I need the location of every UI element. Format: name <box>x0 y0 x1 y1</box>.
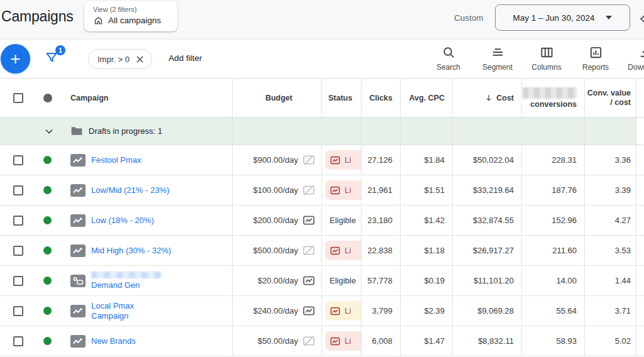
row-checkbox[interactable] <box>13 276 23 286</box>
search-button[interactable]: Search <box>424 45 473 72</box>
reports-button[interactable]: Reports <box>571 45 620 72</box>
row-checkbox[interactable] <box>13 306 23 316</box>
view-filter-count: View (2 filters) <box>93 6 167 13</box>
filter-count-badge: 1 <box>55 45 65 55</box>
status-limited-badge[interactable]: Li <box>325 241 362 260</box>
column-header-cost[interactable]: Cost <box>453 79 522 117</box>
add-campaign-button[interactable]: + <box>1 44 30 74</box>
chart-crossed-icon <box>303 185 315 195</box>
clicks-value: 27,126 <box>367 155 392 165</box>
column-header-status[interactable]: Status <box>328 94 352 102</box>
status-limited-badge[interactable]: Li <box>325 331 362 351</box>
drafts-group-label[interactable]: Drafts in progress: 1 <box>89 126 162 136</box>
campaign-link[interactable]: Mid High (30% - 32%) <box>91 246 171 256</box>
filter-chip-label: Impr. > 0 <box>97 55 130 64</box>
chevron-down-icon[interactable] <box>35 118 63 145</box>
enabled-status-dot[interactable] <box>43 307 52 315</box>
campaign-row: Low/Mid (21% - 23%)$100.00/dayLi21,961$1… <box>0 175 644 206</box>
conversions-value: 228.31 <box>552 155 577 165</box>
column-header-conversions[interactable]: conversions <box>522 79 585 117</box>
drafts-group-row: Drafts in progress: 1 <box>0 118 644 145</box>
conversions-value: 187.76 <box>552 185 577 195</box>
campaign-row: Local PmaxCampaign$240.00/dayLi3,799$2.3… <box>0 296 644 326</box>
select-all-checkbox[interactable] <box>13 93 23 103</box>
campaign-link[interactable]: Low (18% - 20%) <box>91 216 154 226</box>
column-header-avg-cpc[interactable]: Avg. CPC <box>409 94 445 102</box>
column-header-conv-value-cost[interactable]: Conv. value / cost <box>586 89 631 107</box>
enabled-status-dot[interactable] <box>43 246 52 255</box>
budget-value[interactable]: $20.00/day <box>258 276 298 285</box>
campaign-row: Demand Gen$20.00/dayEligible57,778$0.19$… <box>0 266 644 296</box>
view-selector-label: All campaigns <box>108 16 161 25</box>
row-checkbox[interactable] <box>13 246 23 256</box>
filter-chip-impressions[interactable]: Impr. > 0 <box>88 49 152 69</box>
date-range-selector[interactable]: May 1 – Jun 30, 2024 <box>495 4 630 31</box>
conv-value-cost-value: 3.39 <box>615 185 631 195</box>
column-header-campaign[interactable]: Campaign <box>70 94 108 102</box>
home-icon <box>93 15 104 26</box>
status-limited-badge[interactable]: Li <box>325 180 362 200</box>
cost-value: $50,022.04 <box>473 155 514 165</box>
row-checkbox[interactable] <box>13 155 23 165</box>
budget-value[interactable]: $900.00/day <box>253 155 298 165</box>
budget-value[interactable]: $500.00/day <box>253 246 298 255</box>
avg-cpc-value: $1.51 <box>424 185 445 195</box>
enabled-status-dot[interactable] <box>43 216 52 224</box>
date-prev-chevron-icon[interactable] <box>638 11 644 26</box>
campaign-link[interactable]: Low/Mid (21% - 23%) <box>91 185 169 195</box>
status-limited-label: Li <box>345 306 351 316</box>
row-checkbox[interactable] <box>13 216 23 226</box>
campaign-link[interactable]: New Brands <box>91 336 136 346</box>
google-ads-campaigns-page: Campaigns View (2 filters) All campaigns… <box>0 0 644 357</box>
add-filter-button[interactable]: Add filter <box>169 53 202 63</box>
enabled-status-dot[interactable] <box>43 186 52 194</box>
avg-cpc-value: $1.18 <box>424 246 445 255</box>
status-circle-icon[interactable] <box>43 94 52 102</box>
segment-button[interactable]: Segment <box>473 45 522 72</box>
chart-crossed-icon <box>303 155 315 165</box>
pmax-icon <box>70 154 86 167</box>
status-limited-badge[interactable]: Li <box>325 301 362 321</box>
status-limited-label: Li <box>345 155 351 165</box>
campaign-link[interactable]: Festool Pmax <box>91 155 141 165</box>
columns-button[interactable]: Columns <box>522 45 571 72</box>
pmax-icon <box>70 305 86 317</box>
status-eligible-text: Eligible <box>325 216 356 225</box>
column-header-clicks[interactable]: Clicks <box>369 94 392 102</box>
campaign-row: Festool Pmax$900.00/dayLi27,126$1.84$50,… <box>0 145 644 175</box>
enabled-status-dot[interactable] <box>43 277 52 285</box>
row-checkbox[interactable] <box>13 185 23 195</box>
clicks-value: 21,961 <box>367 185 392 195</box>
row-checkbox[interactable] <box>13 336 23 346</box>
close-icon[interactable] <box>136 55 144 63</box>
pmax-icon <box>70 335 86 348</box>
reports-icon <box>589 45 603 60</box>
status-limited-badge[interactable]: Li <box>325 150 362 170</box>
filter-funnel-icon[interactable]: 1 <box>44 50 60 67</box>
limited-chart-icon <box>330 186 340 195</box>
budget-value[interactable]: $100.00/day <box>253 185 298 195</box>
segment-icon <box>491 45 505 60</box>
columns-icon <box>540 45 554 60</box>
download-icon <box>638 45 644 60</box>
search-icon <box>441 45 456 60</box>
page-header: Campaigns View (2 filters) All campaigns… <box>0 0 644 40</box>
folder-icon <box>70 126 83 136</box>
download-button[interactable]: Download <box>620 45 644 72</box>
status-limited-label: Li <box>345 246 351 255</box>
chart-crossed-icon <box>303 245 315 256</box>
view-selector[interactable]: View (2 filters) All campaigns <box>84 1 177 31</box>
pmax-icon <box>70 244 86 257</box>
budget-value[interactable]: $240.00/day <box>253 306 298 316</box>
campaign-link[interactable]: Campaign <box>91 311 134 321</box>
conversions-value: 55.64 <box>556 306 577 316</box>
campaign-link[interactable]: Demand Gen <box>91 280 162 290</box>
campaign-link[interactable]: Local Pmax <box>91 301 134 311</box>
table-body: Festool Pmax$900.00/dayLi27,126$1.84$50,… <box>0 145 644 356</box>
enabled-status-dot[interactable] <box>43 156 52 164</box>
budget-value[interactable]: $200.00/day <box>253 216 298 225</box>
column-header-budget[interactable]: Budget <box>265 94 292 102</box>
conversions-value: 58.93 <box>556 336 577 346</box>
enabled-status-dot[interactable] <box>43 337 52 345</box>
budget-value[interactable]: $50.00/day <box>258 336 298 346</box>
